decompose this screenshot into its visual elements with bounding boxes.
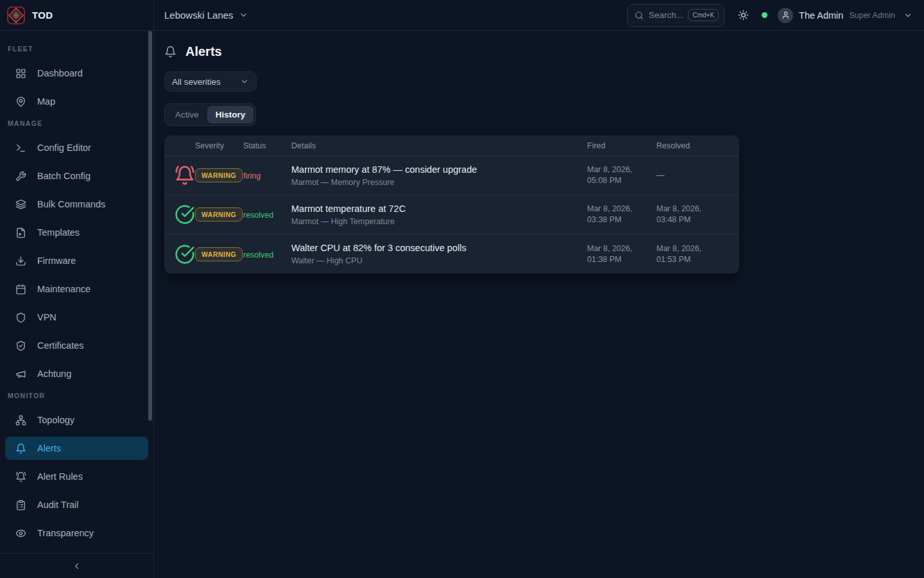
column-header-status: Status bbox=[243, 141, 291, 150]
file-icon bbox=[15, 227, 26, 238]
shield-icon bbox=[15, 312, 26, 323]
fired-line: 05:08 PM bbox=[587, 175, 656, 186]
terminal-icon bbox=[15, 143, 26, 153]
table-header-row: Severity Status Details Fired Resolved bbox=[164, 136, 739, 156]
sidebar-item-audit-trail[interactable]: Audit Trail bbox=[5, 493, 148, 516]
sun-icon bbox=[738, 10, 749, 21]
sidebar-item-certificates[interactable]: Certificates bbox=[5, 334, 148, 357]
sidebar-item-label: Achtung bbox=[37, 369, 71, 379]
sidebar-item-label: Alerts bbox=[37, 443, 61, 453]
chevron-down-icon bbox=[240, 77, 249, 86]
alert-subtitle: Marmot — High Temperature bbox=[291, 217, 587, 226]
column-header-details: Details bbox=[291, 141, 587, 150]
sidebar-item-label: Bulk Commands bbox=[37, 199, 105, 209]
alert-title: Walter CPU at 82% for 3 consecutive poll… bbox=[291, 243, 587, 253]
avatar bbox=[778, 8, 793, 23]
clipboard-icon bbox=[15, 500, 26, 511]
nav-section-label-manage: MANAGE bbox=[8, 119, 146, 127]
bell-icon bbox=[15, 443, 26, 454]
alert-subtitle: Marmot — Memory Pressure bbox=[291, 178, 587, 187]
sidebar-collapse-button[interactable] bbox=[69, 557, 85, 574]
sidebar-item-achtung[interactable]: Achtung bbox=[5, 362, 148, 385]
theme-toggle-button[interactable] bbox=[735, 7, 751, 24]
sidebar-item-label: Config Editor bbox=[37, 143, 91, 153]
fired-line: 01:38 PM bbox=[587, 254, 656, 265]
topbar: Lebowski Lanes Search... Cmd+K The Admin… bbox=[154, 0, 924, 31]
status-text: resolved bbox=[243, 211, 273, 220]
tab-history[interactable]: History bbox=[207, 106, 254, 123]
network-icon bbox=[15, 415, 26, 426]
shield-check-icon bbox=[15, 340, 26, 351]
check-circle-icon bbox=[175, 244, 195, 265]
fired-cell: Mar 8, 2026,05:08 PM bbox=[587, 164, 656, 186]
connection-status-dot bbox=[762, 12, 767, 18]
brand-name: TOD bbox=[32, 10, 53, 21]
chevron-down-icon bbox=[239, 10, 248, 20]
sidebar-item-label: Templates bbox=[37, 227, 80, 238]
page-title: Alerts bbox=[185, 44, 222, 59]
sidebar-nav: FLEETDashboardMapMANAGEConfig EditorBatc… bbox=[0, 31, 153, 553]
severity-filter-select[interactable]: All severities bbox=[164, 71, 257, 92]
sidebar-item-config-editor[interactable]: Config Editor bbox=[5, 136, 148, 159]
sidebar-item-label: Dashboard bbox=[37, 68, 83, 78]
chevron-left-icon bbox=[72, 561, 81, 571]
sidebar-item-label: Transparency bbox=[37, 528, 94, 538]
sidebar-item-label: Map bbox=[37, 96, 55, 107]
chevron-down-icon bbox=[903, 11, 912, 20]
sidebar-item-map[interactable]: Map bbox=[5, 90, 148, 113]
wrench-icon bbox=[15, 171, 26, 182]
sidebar-item-topology[interactable]: Topology bbox=[5, 408, 148, 432]
eye-icon bbox=[15, 528, 26, 539]
sidebar-item-label: Certificates bbox=[37, 340, 84, 351]
user-menu[interactable]: The Admin Super Admin bbox=[778, 8, 912, 23]
sidebar-item-label: Alert Rules bbox=[37, 471, 83, 482]
table-row[interactable]: WARNINGresolvedMarmot temperature at 72C… bbox=[164, 195, 739, 234]
org-switcher[interactable]: Lebowski Lanes bbox=[164, 10, 248, 21]
layout-grid-icon bbox=[15, 68, 26, 79]
sidebar-header: TOD bbox=[0, 0, 153, 31]
resolved-cell: Mar 8, 2026,03:48 PM bbox=[656, 204, 729, 225]
sidebar-item-transparency[interactable]: Transparency bbox=[5, 521, 148, 545]
sidebar-item-dashboard[interactable]: Dashboard bbox=[5, 62, 148, 85]
user-role-badge: Super Admin bbox=[849, 11, 895, 20]
fired-line: 03:38 PM bbox=[587, 215, 656, 225]
sidebar-item-alerts[interactable]: Alerts bbox=[5, 437, 148, 460]
sidebar-item-label: VPN bbox=[37, 312, 56, 322]
severity-badge: WARNING bbox=[195, 168, 243, 182]
check-circle-icon bbox=[175, 204, 195, 225]
status-text: resolved bbox=[243, 250, 273, 259]
sidebar: TOD FLEETDashboardMapMANAGEConfig Editor… bbox=[0, 0, 154, 578]
table-row[interactable]: WARNINGfiringMarmot memory at 87% — cons… bbox=[164, 156, 739, 195]
alerts-table: Severity Status Details Fired Resolved W… bbox=[164, 136, 739, 274]
user-icon bbox=[782, 11, 790, 19]
layers-icon bbox=[15, 199, 26, 210]
calendar-icon bbox=[15, 284, 26, 295]
sidebar-item-templates[interactable]: Templates bbox=[5, 221, 148, 244]
resolved-line: 01:53 PM bbox=[656, 254, 729, 265]
alerts-tabs: ActiveHistory bbox=[164, 103, 256, 126]
sidebar-item-label: Audit Trail bbox=[37, 500, 78, 510]
resolved-cell: Mar 8, 2026,01:53 PM bbox=[656, 243, 729, 265]
sidebar-item-bulk-commands[interactable]: Bulk Commands bbox=[5, 193, 148, 216]
search-placeholder: Search... bbox=[649, 10, 683, 20]
sidebar-item-alert-rules[interactable]: Alert Rules bbox=[5, 465, 148, 488]
sidebar-item-batch-config[interactable]: Batch Config bbox=[5, 164, 148, 188]
resolved-line: Mar 8, 2026, bbox=[656, 204, 729, 215]
search-input[interactable]: Search... Cmd+K bbox=[627, 4, 724, 27]
sidebar-item-vpn[interactable]: VPN bbox=[5, 306, 148, 329]
sidebar-item-firmware[interactable]: Firmware bbox=[5, 249, 148, 272]
nav-section-label-monitor: MONITOR bbox=[8, 392, 146, 399]
sidebar-scrollbar[interactable] bbox=[148, 31, 152, 421]
bell-ring-icon bbox=[15, 471, 26, 482]
user-name: The Admin bbox=[799, 10, 843, 21]
sidebar-item-label: Maintenance bbox=[37, 284, 90, 294]
sidebar-item-maintenance[interactable]: Maintenance bbox=[5, 277, 148, 301]
sidebar-item-label: Topology bbox=[37, 415, 74, 425]
nav-section-label-fleet: FLEET bbox=[8, 45, 146, 53]
fired-cell: Mar 8, 2026,03:38 PM bbox=[587, 204, 656, 225]
resolved-cell: — bbox=[656, 170, 729, 181]
tab-active[interactable]: Active bbox=[167, 106, 207, 123]
search-icon bbox=[635, 11, 644, 20]
table-row[interactable]: WARNINGresolvedWalter CPU at 82% for 3 c… bbox=[164, 234, 739, 274]
sidebar-item-label: Batch Config bbox=[37, 171, 90, 181]
